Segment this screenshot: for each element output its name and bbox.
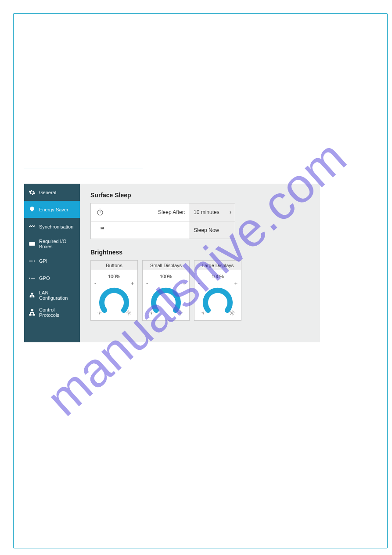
- brightness-dial[interactable]: [97, 285, 131, 312]
- chevron-right-icon: ›: [230, 209, 231, 215]
- brightness-card-header: Large Displays: [194, 261, 241, 270]
- brightness-plus-button[interactable]: +: [182, 280, 186, 287]
- settings-screenshot: General Energy Saver Synchronisation Req…: [24, 184, 320, 342]
- svg-rect-4: [31, 309, 33, 311]
- sleep-now-row: zzZ Sleep Now: [91, 221, 235, 239]
- brightness-cards: Buttons 100% - +: [90, 260, 309, 321]
- brightness-title: Brightness: [90, 249, 309, 256]
- sidebar-item-required-io-boxes[interactable]: Required I/O Boxes: [24, 235, 80, 252]
- brightness-card-large-displays: Large Displays 100% - +: [194, 260, 241, 321]
- sleep-after-button[interactable]: 10 minutes ›: [189, 203, 235, 221]
- sidebar-item-label: GPO: [39, 276, 50, 281]
- surface-sleep-title: Surface Sleep: [90, 192, 309, 199]
- sync-icon: [29, 223, 36, 230]
- sidebar-item-label: General: [39, 190, 56, 195]
- sidebar-item-label: LAN Configuration: [39, 290, 76, 301]
- timer-icon: [91, 208, 109, 216]
- brightness-minus-button[interactable]: -: [94, 280, 96, 287]
- brightness-dial[interactable]: [149, 285, 183, 312]
- svg-rect-6: [33, 314, 35, 316]
- brightness-value: 100%: [94, 274, 135, 279]
- figure-caption: [24, 166, 143, 168]
- gpi-icon: [29, 258, 36, 265]
- gear-icon: [29, 189, 36, 196]
- lan-icon: [29, 292, 36, 299]
- sidebar-item-label: Energy Saver: [39, 207, 68, 212]
- svg-rect-5: [29, 314, 31, 316]
- sidebar-item-lan-configuration[interactable]: LAN Configuration: [24, 287, 80, 304]
- brightness-card-buttons: Buttons 100% - +: [90, 260, 138, 321]
- sidebar-item-general[interactable]: General: [24, 184, 80, 201]
- protocols-icon: [29, 309, 36, 316]
- bulb-icon: [29, 206, 36, 213]
- surface-sleep-group: Sleep After: 10 minutes › zzZ Sleep Now: [90, 203, 235, 239]
- main-panel: Surface Sleep Sleep After: 10 minutes › …: [80, 184, 320, 342]
- gpo-icon: [29, 275, 36, 282]
- brightness-minus-button[interactable]: -: [146, 280, 148, 287]
- brightness-card-header: Buttons: [91, 261, 137, 270]
- brightness-minus-button[interactable]: -: [198, 280, 200, 287]
- sidebar-item-label: GPI: [39, 258, 47, 264]
- sidebar-item-label: Synchronisation: [39, 224, 73, 229]
- sleep-after-label: Sleep After:: [158, 209, 185, 215]
- brightness-card-small-displays: Small Displays 100% - +: [142, 260, 190, 321]
- io-box-icon: [29, 240, 36, 247]
- sleep-now-button[interactable]: Sleep Now: [189, 221, 235, 239]
- svg-text:zzZ: zzZ: [101, 227, 104, 229]
- brightness-value: 100%: [197, 274, 238, 279]
- sidebar-item-label: Required I/O Boxes: [39, 239, 76, 249]
- sleep-now-label: Sleep Now: [194, 227, 219, 233]
- sidebar-item-control-protocols[interactable]: Control Protocols: [24, 304, 80, 321]
- sleep-after-value: 10 minutes: [194, 209, 219, 215]
- moon-icon: zzZ: [91, 226, 109, 234]
- brightness-value: 100%: [145, 274, 187, 279]
- sidebar: General Energy Saver Synchronisation Req…: [24, 184, 80, 342]
- sleep-after-row: Sleep After: 10 minutes ›: [91, 203, 235, 221]
- brightness-card-header: Small Displays: [143, 261, 189, 270]
- brightness-plus-button[interactable]: +: [130, 280, 134, 287]
- sidebar-item-synchronisation[interactable]: Synchronisation: [24, 218, 80, 235]
- brightness-plus-button[interactable]: +: [234, 280, 237, 287]
- sidebar-item-gpi[interactable]: GPI: [24, 252, 80, 269]
- brightness-dial[interactable]: [201, 285, 234, 312]
- sidebar-item-energy-saver[interactable]: Energy Saver: [24, 201, 80, 218]
- sidebar-item-gpo[interactable]: GPO: [24, 269, 80, 287]
- sidebar-item-label: Control Protocols: [39, 307, 76, 318]
